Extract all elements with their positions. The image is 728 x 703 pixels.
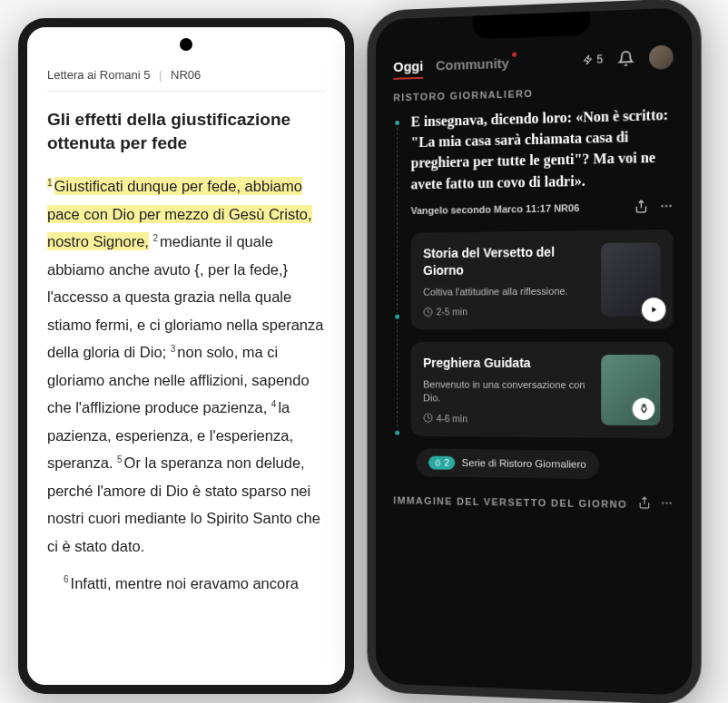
card-thumbnail xyxy=(601,355,660,425)
camera-notch xyxy=(180,38,192,51)
scripture-body[interactable]: 1Giustificati dunque per fede, abbiamo p… xyxy=(47,172,325,597)
verse-number-3: 3 xyxy=(171,344,176,354)
share-button[interactable] xyxy=(638,496,651,513)
more-icon xyxy=(659,199,673,212)
play-icon xyxy=(649,306,658,315)
share-icon xyxy=(638,496,651,509)
verse-number-6: 6 xyxy=(64,574,69,584)
svg-point-7 xyxy=(670,502,672,503)
card-duration: 4-6 min xyxy=(423,413,590,425)
notification-dot xyxy=(512,52,516,56)
reader-header[interactable]: Lettera ai Romani 5 | NR06 xyxy=(47,68,325,92)
card-subtitle: Coltiva l'attitudine alla riflessione. xyxy=(423,284,590,299)
streak-icon xyxy=(583,54,594,65)
top-bar: Oggi Community 5 xyxy=(393,45,673,78)
verse-2: mediante il quale abbiamo anche avuto {,… xyxy=(47,233,323,360)
more-button[interactable] xyxy=(659,199,673,215)
streak-counter[interactable]: 5 xyxy=(583,53,603,66)
phone-left-frame: Lettera ai Romani 5 | NR06 Gli effetti d… xyxy=(18,18,354,694)
verse-number-1: 1 xyxy=(47,178,53,188)
profile-avatar[interactable] xyxy=(649,45,674,70)
tab-community-label: Community xyxy=(436,54,509,73)
timeline-dot xyxy=(393,429,401,437)
verse-ref-row: Vangelo secondo Marco 11:17 NR06 xyxy=(411,199,674,219)
tab-today[interactable]: Oggi xyxy=(393,58,423,74)
share-icon xyxy=(635,200,648,213)
verse-image-section-header: IMMAGINE DEL VERSETTO DEL GIORNO xyxy=(393,492,673,513)
phone-right-frame: Oggi Community 5 RISTORO GIORNALIERO E i… xyxy=(368,0,702,703)
hand-icon xyxy=(637,403,649,415)
bell-icon xyxy=(617,50,634,67)
svg-point-0 xyxy=(661,205,663,207)
verse-number-5: 5 xyxy=(117,454,123,464)
card-guided-prayer[interactable]: Preghiera Guidata Benvenuto in una conve… xyxy=(411,342,674,438)
drop-icon xyxy=(434,458,442,466)
card-title: Storia del Versetto del Giorno xyxy=(423,243,590,280)
iphone-notch xyxy=(473,11,590,39)
timeline-dot xyxy=(393,313,401,321)
svg-point-2 xyxy=(669,205,671,207)
daily-series-pill[interactable]: 2 Serie di Ristoro Giornaliero xyxy=(416,448,598,479)
share-button[interactable] xyxy=(635,200,648,215)
daily-refresh-label: RISTORO GIORNALIERO xyxy=(393,83,673,103)
verse-6: Infatti, mentre noi eravamo ancora xyxy=(71,575,299,591)
verse-number-2: 2 xyxy=(153,233,159,243)
separator: | xyxy=(159,68,162,82)
reader-view: Lettera ai Romani 5 | NR06 Gli effetti d… xyxy=(27,27,345,624)
card-title: Preghiera Guidata xyxy=(423,355,590,373)
clock-icon xyxy=(423,307,433,317)
card-verse-story[interactable]: Storia del Versetto del Giorno Coltiva l… xyxy=(411,229,674,330)
card-thumbnail xyxy=(601,242,660,317)
verse-image-label: IMMAGINE DEL VERSETTO DEL GIORNO xyxy=(393,494,628,510)
tab-community[interactable]: Community xyxy=(436,54,509,73)
book-reference: Lettera ai Romani 5 xyxy=(47,68,150,82)
series-badge: 2 xyxy=(428,455,455,469)
verse-of-day-text[interactable]: E insegnava, dicendo loro: «Non è scritt… xyxy=(411,104,674,195)
verse-reference[interactable]: Vangelo secondo Marco 11:17 NR06 xyxy=(411,202,624,217)
streak-count: 5 xyxy=(596,53,603,65)
verse-number-4: 4 xyxy=(271,399,277,409)
play-button[interactable] xyxy=(642,298,666,321)
timeline-dot xyxy=(393,119,401,127)
section-heading: Gli effetti della giustificazione ottenu… xyxy=(47,108,325,154)
timeline: E insegnava, dicendo loro: «Non è scritt… xyxy=(393,104,673,439)
clock-icon xyxy=(423,413,433,423)
more-button[interactable] xyxy=(660,496,673,513)
prayer-icon-badge xyxy=(633,397,654,419)
bible-version: NR06 xyxy=(171,68,201,82)
svg-point-5 xyxy=(662,502,664,503)
svg-point-6 xyxy=(665,502,667,503)
series-label: Serie di Ristoro Giornaliero xyxy=(462,457,586,470)
card-subtitle: Benvenuto in una conversazione con Dio. xyxy=(423,378,590,407)
today-view: Oggi Community 5 RISTORO GIORNALIERO E i… xyxy=(376,7,692,696)
more-icon xyxy=(660,496,673,509)
svg-point-1 xyxy=(665,205,667,207)
card-duration: 2-5 min xyxy=(423,306,590,317)
notifications-button[interactable] xyxy=(615,48,635,69)
